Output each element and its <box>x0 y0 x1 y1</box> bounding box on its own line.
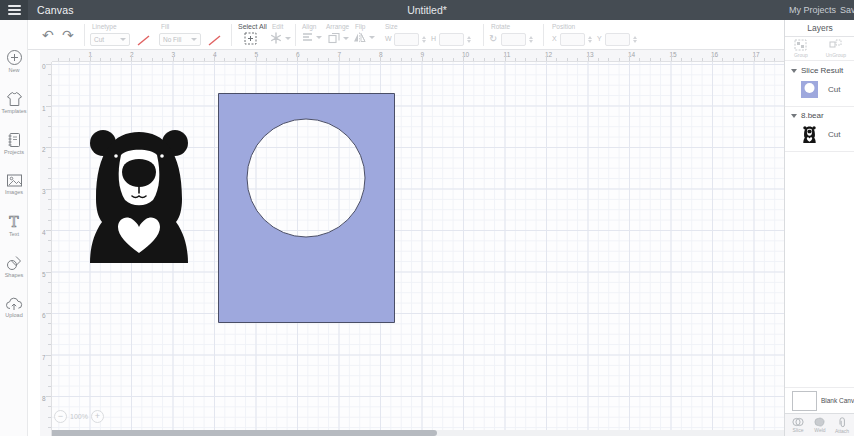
chevron-down-icon <box>191 38 197 41</box>
save-link[interactable]: Save <box>840 0 854 20</box>
sidebar-item-projects[interactable]: Projects <box>0 124 28 162</box>
rotate-input[interactable] <box>501 33 526 46</box>
select-all-label: Select All <box>238 23 267 30</box>
horizontal-scrollbar-track[interactable] <box>40 430 784 436</box>
edit-icon <box>270 32 282 44</box>
layer-item-slice-cut[interactable]: Cut <box>801 81 840 98</box>
size-h-label: H <box>431 35 436 42</box>
attach-icon <box>837 417 847 428</box>
weld-button[interactable]: Weld <box>810 417 830 433</box>
chevron-down-icon <box>316 36 322 39</box>
flip-dropdown[interactable] <box>353 32 375 43</box>
bear-thumbnail <box>801 126 818 143</box>
ungroup-button[interactable]: UnGroup <box>826 39 846 58</box>
design-sidebar: New Templates Projects Images T Text Sha… <box>0 20 28 436</box>
size-w-label: W <box>385 35 392 42</box>
position-y-stepper[interactable] <box>631 33 638 46</box>
fill-dropdown[interactable]: No Fill <box>159 33 201 46</box>
chevron-down-icon <box>343 37 349 40</box>
sidebar-item-upload[interactable]: Upload <box>0 288 28 326</box>
zoom-in-button[interactable]: + <box>91 410 104 423</box>
image-icon <box>6 173 23 188</box>
layer-item-bear-cut[interactable]: Cut <box>801 126 840 143</box>
group-actions-row: Group UnGroup <box>785 37 854 61</box>
ruler-corner <box>40 50 52 62</box>
chevron-down-icon <box>791 69 797 73</box>
weld-icon <box>814 417 826 427</box>
group-icon <box>794 39 807 51</box>
redo-icon[interactable]: ↷ <box>62 28 74 42</box>
chevron-down-icon <box>369 36 375 39</box>
layer-actions-bar: Slice Weld Attach <box>785 413 854 436</box>
flip-icon <box>353 32 366 43</box>
attach-button[interactable]: Attach <box>832 417 852 434</box>
material-row: Blank Canvas <box>785 387 854 413</box>
position-label: Position <box>552 23 575 30</box>
edit-label: Edit <box>272 23 283 30</box>
svg-text:T: T <box>9 214 19 230</box>
plus-circle-icon <box>6 49 23 66</box>
zoom-controls: − 100% + <box>54 409 104 424</box>
text-icon: T <box>6 214 22 230</box>
group-button[interactable]: Group <box>794 39 808 58</box>
size-height-input[interactable] <box>439 33 464 46</box>
edit-dropdown[interactable] <box>270 32 291 44</box>
position-x-input[interactable] <box>560 33 585 46</box>
slice-button[interactable]: Slice <box>788 417 808 433</box>
position-x-stepper[interactable] <box>586 33 593 46</box>
shapes-icon <box>6 255 22 271</box>
size-width-stepper[interactable] <box>420 33 427 46</box>
select-all-icon <box>244 32 257 45</box>
chevron-down-icon <box>120 38 126 41</box>
slice-icon <box>792 417 804 427</box>
ungroup-icon <box>829 39 842 51</box>
linetype-color-swatch[interactable] <box>136 33 151 46</box>
position-y-label: Y <box>597 35 602 42</box>
rotate-stepper[interactable] <box>527 33 534 46</box>
linetype-label: Linetype <box>92 23 117 30</box>
document-title: Untitled* <box>0 0 854 20</box>
chevron-down-icon <box>791 114 797 118</box>
material-color-swatch[interactable] <box>792 391 817 411</box>
sidebar-item-templates[interactable]: Templates <box>0 83 28 121</box>
undo-icon[interactable]: ↶ <box>42 28 54 42</box>
ruler-horizontal: 01234567891011121314151617 <box>40 50 784 62</box>
horizontal-scrollbar-thumb[interactable] <box>45 430 437 436</box>
sidebar-item-new[interactable]: New <box>0 42 28 80</box>
my-projects-link[interactable]: My Projects <box>789 0 836 20</box>
align-label: Align <box>302 23 316 30</box>
sidebar-item-text[interactable]: T Text <box>0 206 28 244</box>
rotate-label: Rotate <box>491 23 510 30</box>
sidebar-item-shapes[interactable]: Shapes <box>0 247 28 285</box>
edit-toolbar: ↶ ↷ Linetype Cut Fill No Fill Select All… <box>28 20 784 50</box>
bear-silhouette[interactable] <box>87 129 191 263</box>
size-label: Size <box>385 23 398 30</box>
bear-shape <box>90 130 188 263</box>
sidebar-item-images[interactable]: Images <box>0 165 28 203</box>
zoom-out-button[interactable]: − <box>54 410 67 423</box>
upload-cloud-icon <box>5 296 23 311</box>
layer-group-slice-result[interactable]: Slice Result <box>791 66 843 75</box>
position-y-input[interactable] <box>605 33 630 46</box>
layer-group-8bear[interactable]: 8.bear <box>791 111 824 120</box>
chevron-down-icon <box>285 37 291 40</box>
material-label: Blank Canvas <box>821 397 854 404</box>
notebook-icon <box>6 132 22 148</box>
slice-rect-thumbnail <box>801 81 818 98</box>
tab-layers[interactable]: Layers <box>785 20 854 37</box>
layers-panel: Layers Group UnGroup Slice Result Cut 8.… <box>784 20 854 436</box>
zoom-level: 100% <box>70 413 88 420</box>
linetype-dropdown[interactable]: Cut <box>90 33 130 46</box>
align-dropdown[interactable] <box>302 32 322 42</box>
slice-result-rectangle[interactable] <box>218 93 395 323</box>
tshirt-icon <box>6 91 23 107</box>
fill-color-swatch[interactable] <box>207 33 222 46</box>
arrange-label: Arrange <box>326 23 349 30</box>
position-x-label: X <box>552 35 557 42</box>
select-all-button[interactable] <box>244 32 257 45</box>
arrange-dropdown[interactable] <box>328 32 349 44</box>
rotate-icon: ↻ <box>489 33 497 44</box>
flip-label: Flip <box>355 23 365 30</box>
size-height-stepper[interactable] <box>465 33 472 46</box>
size-width-input[interactable] <box>394 33 419 46</box>
